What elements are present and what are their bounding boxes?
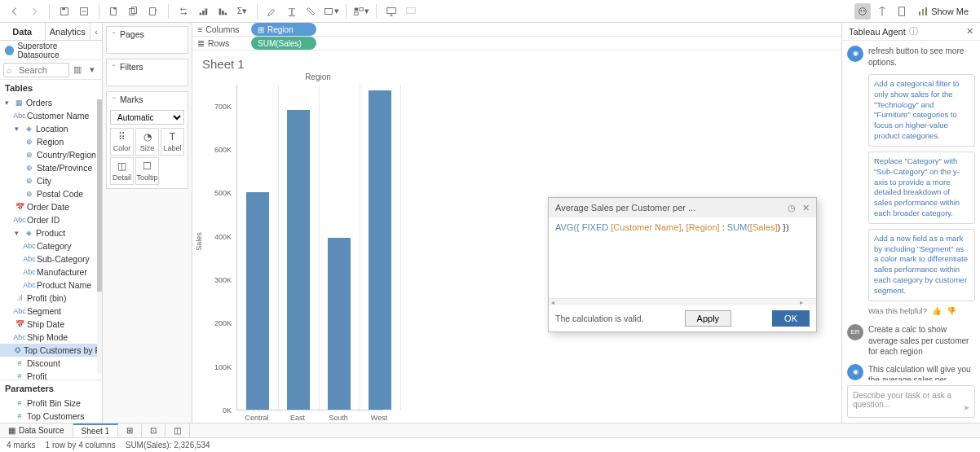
new-worksheet-button[interactable]: [106, 3, 122, 20]
svg-point-20: [861, 10, 863, 11]
fit-button[interactable]: ▾: [323, 3, 339, 20]
agent-info-icon[interactable]: ⓘ: [909, 25, 918, 37]
rows-shelf[interactable]: ≣Rows SUM(Sales): [192, 37, 841, 50]
new-story-tab[interactable]: ◫: [166, 423, 190, 437]
search-input[interactable]: [3, 63, 69, 77]
filter-fields-button[interactable]: ▥: [71, 64, 84, 77]
new-worksheet-tab[interactable]: ⊞: [118, 423, 142, 437]
tables-header: Tables: [0, 80, 102, 96]
marks-size-button[interactable]: ◔Size: [135, 128, 159, 156]
user-avatar: ER: [847, 324, 863, 340]
text-format-button[interactable]: T: [284, 3, 300, 20]
data-guide-button[interactable]: [894, 3, 910, 20]
marks-label-button[interactable]: TLabel: [161, 128, 184, 156]
bar-west[interactable]: [369, 90, 391, 410]
presentation-button[interactable]: [383, 3, 400, 20]
clear-button[interactable]: [145, 3, 161, 20]
calc-expand-button[interactable]: ◷: [788, 203, 796, 213]
collapse-panel-button[interactable]: ‹: [90, 23, 102, 40]
tab-data[interactable]: Data: [0, 23, 46, 40]
share-button[interactable]: [403, 3, 419, 20]
field-city[interactable]: ⊕City: [0, 174, 102, 187]
field-order-id[interactable]: AbcOrder ID: [0, 213, 102, 226]
marks-tooltip-button[interactable]: ☐Tooltip: [135, 157, 159, 185]
field-order-date[interactable]: 📅Order Date: [0, 200, 102, 213]
sheet-title[interactable]: Sheet 1: [202, 57, 832, 71]
user-message: Create a calc to show average sales per …: [868, 324, 975, 358]
field-discount[interactable]: #Discount: [0, 357, 102, 370]
field-postal-code[interactable]: ⊕Postal Code: [0, 187, 102, 200]
calc-editor[interactable]: AVG({ FIXED [Customer Name], [Region] : …: [549, 217, 816, 299]
field-ship-mode[interactable]: AbcShip Mode: [0, 331, 102, 344]
save-button[interactable]: [56, 3, 73, 20]
field-manufacturer[interactable]: AbcManufacturer: [0, 265, 102, 279]
suggestion-1[interactable]: Add a categorical filter to only show sa…: [868, 74, 975, 147]
columns-pill-region[interactable]: ⊞Region: [251, 23, 316, 36]
agent-toggle-button[interactable]: [854, 3, 871, 20]
field-ship-date[interactable]: 📅Ship Date: [0, 318, 102, 331]
field-top-customers[interactable]: ✪Top Customers by P...: [0, 344, 102, 357]
pages-card[interactable]: ⌃Pages: [106, 26, 188, 54]
calc-title[interactable]: Average Sales per Customer per ...: [555, 203, 695, 213]
field-product[interactable]: ▾◈Product: [0, 226, 102, 239]
columns-shelf[interactable]: ≡Columns ⊞Region: [192, 23, 841, 37]
totals-button[interactable]: Σ▾: [234, 3, 250, 20]
param-top-customers[interactable]: #Top Customers: [0, 410, 102, 423]
marks-detail-button[interactable]: ◫Detail: [110, 157, 134, 185]
tab-data-source[interactable]: ▦Data Source: [0, 423, 73, 437]
show-me-button[interactable]: Show Me: [913, 5, 973, 18]
new-dashboard-tab[interactable]: ⊡: [142, 423, 166, 437]
field-product-name[interactable]: AbcProduct Name: [0, 279, 102, 292]
table-orders[interactable]: ▾▦Orders: [0, 96, 102, 109]
calc-close-button[interactable]: ✕: [802, 203, 810, 213]
fields-menu-button[interactable]: ▾: [86, 64, 99, 77]
param-profit-bin-size[interactable]: #Profit Bin Size: [0, 397, 102, 410]
datasource-row[interactable]: Superstore Datasource: [0, 41, 102, 60]
field-segment[interactable]: AbcSegment: [0, 305, 102, 318]
tree-scrollbar[interactable]: [97, 99, 102, 374]
tab-analytics[interactable]: Analytics: [46, 23, 91, 40]
bar-east[interactable]: [287, 110, 310, 410]
suggestion-2[interactable]: Replace "Category" with "Sub-Category" o…: [868, 151, 975, 224]
marks-color-button[interactable]: ⠿Color: [110, 128, 134, 156]
rows-pill-sales[interactable]: SUM(Sales): [251, 37, 316, 50]
field-profit-bin[interactable]: .ılProfit (bin): [0, 292, 102, 305]
agent-close-button[interactable]: ✕: [966, 26, 973, 37]
detail-icon: ◫: [117, 160, 126, 172]
field-customer-name[interactable]: AbcCustomer Name: [0, 109, 102, 122]
marks-type-select[interactable]: Automatic: [110, 110, 184, 125]
sort-asc-button[interactable]: [195, 3, 211, 20]
columns-icon: ≡: [197, 24, 202, 34]
calc-scrollbar[interactable]: ◂▸: [549, 299, 816, 305]
calc-apply-button[interactable]: Apply: [685, 310, 732, 327]
highlight-button[interactable]: [264, 3, 280, 20]
field-category[interactable]: AbcCategory: [0, 239, 102, 252]
bar-central[interactable]: [246, 192, 269, 410]
field-location[interactable]: ▾◈Location: [0, 122, 102, 135]
duplicate-button[interactable]: [126, 3, 142, 20]
send-icon[interactable]: ➤: [963, 403, 969, 412]
suggestion-3[interactable]: Add a new field as a mark by including "…: [868, 229, 975, 301]
revert-button[interactable]: [76, 3, 92, 20]
thumbs-down-button[interactable]: 👎: [947, 306, 956, 317]
field-sub-category[interactable]: AbcSub-Category: [0, 252, 102, 265]
swap-button[interactable]: [175, 3, 192, 20]
sort-desc-button[interactable]: [214, 3, 231, 20]
field-region[interactable]: ⊕Region: [0, 135, 102, 148]
bar-south[interactable]: [328, 238, 351, 410]
guide-button[interactable]: [874, 3, 890, 20]
field-profit[interactable]: #Profit: [0, 370, 102, 380]
format-button[interactable]: [303, 3, 320, 20]
back-button[interactable]: [7, 3, 23, 20]
svg-rect-24: [922, 9, 924, 15]
calc-ok-button[interactable]: OK: [772, 310, 810, 327]
field-country-region[interactable]: ⊕Country/Region: [0, 148, 102, 161]
cards-column: ⌃Pages ⌃Filters ⌃Marks Automatic ⠿Color …: [103, 23, 192, 423]
tab-sheet-1[interactable]: Sheet 1: [73, 423, 118, 437]
show-cards-button[interactable]: ▾: [353, 3, 369, 20]
filters-card[interactable]: ⌃Filters: [106, 59, 188, 86]
forward-button[interactable]: [26, 3, 42, 20]
thumbs-up-button[interactable]: 👍: [932, 306, 942, 317]
field-state-province[interactable]: ⊕State/Province: [0, 161, 102, 174]
agent-input[interactable]: Describe your task or ask a question... …: [847, 385, 975, 418]
